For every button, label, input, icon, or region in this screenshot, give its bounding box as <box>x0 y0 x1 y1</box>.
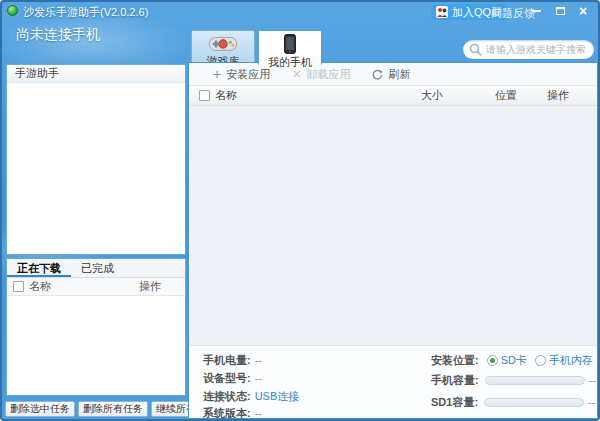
search-icon <box>469 43 482 56</box>
model-value: -- <box>255 372 262 384</box>
connection-value: USB连接 <box>255 389 300 404</box>
phone-capacity-progressbar <box>485 376 585 385</box>
tab-downloading[interactable]: 正在下载 <box>7 259 71 277</box>
connection-row: 连接状态: USB连接 <box>203 388 299 404</box>
plus-icon: + <box>213 67 221 81</box>
device-info-panel: 手机电量: -- 设备型号: -- 连接状态: USB连接 系统版本: -- 安… <box>189 345 597 418</box>
gamepad-icon <box>206 34 240 53</box>
x-icon: ✕ <box>292 69 301 80</box>
sidebar-panel-title: 手游助手 <box>7 65 185 83</box>
maximize-icon <box>556 7 565 15</box>
sd-capacity-label: SD1容量: <box>431 395 478 410</box>
install-location-label: 安装位置: <box>431 353 479 368</box>
refresh-label: 刷新 <box>388 67 410 82</box>
column-location: 位置 <box>495 88 517 103</box>
connection-label: 连接状态: <box>203 389 251 404</box>
phone-capacity-label: 手机容量: <box>431 373 479 388</box>
app-list-empty <box>189 106 597 345</box>
battery-value: -- <box>255 354 262 366</box>
sd-capacity-progressbar <box>484 398 584 407</box>
select-all-checkbox[interactable] <box>199 90 210 101</box>
titlebar: 沙发乐手游助手(V2.0.2.6) 加入QQ群 问题反馈 × <box>2 2 598 22</box>
battery-label: 手机电量: <box>203 353 251 368</box>
radio-phone-memory[interactable] <box>535 355 546 366</box>
tab-game-library[interactable]: 游戏库 <box>191 30 255 64</box>
delete-all-tasks-button[interactable]: 删除所有任务 <box>78 401 148 417</box>
download-action-header: 操作 <box>139 279 161 294</box>
tab-my-phone-label: 我的手机 <box>259 55 321 70</box>
search-input[interactable] <box>486 44 590 55</box>
model-row: 设备型号: -- <box>203 370 262 386</box>
refresh-button[interactable]: 刷新 <box>372 67 410 82</box>
phone-capacity-row: 手机容量: -- <box>431 372 596 388</box>
install-location-row: 安装位置: SD卡 手机内存 <box>431 352 593 368</box>
toolbar: + 安装应用 ✕ 卸载应用 刷新 <box>189 63 597 86</box>
app-window: 沙发乐手游助手(V2.0.2.6) 加入QQ群 问题反馈 × 尚未连接手机 手游… <box>0 0 600 421</box>
system-row: 系统版本: -- <box>203 405 262 421</box>
system-value: -- <box>255 407 262 419</box>
close-button[interactable]: × <box>573 2 593 20</box>
download-name-header: 名称 <box>29 279 51 294</box>
radio-sd-card[interactable] <box>487 355 498 366</box>
minimize-button[interactable] <box>526 2 546 20</box>
phone-capacity-value: -- <box>589 374 596 386</box>
main-panel: + 安装应用 ✕ 卸载应用 刷新 名称 大小 位置 操作 <box>188 62 598 419</box>
sd-capacity-value: -- <box>588 396 595 408</box>
tab-my-phone[interactable]: 我的手机 <box>258 30 322 65</box>
column-size: 大小 <box>421 88 443 103</box>
qq-group-icon <box>436 6 448 18</box>
delete-selected-tasks-button[interactable]: 删除选中任务 <box>5 401 75 417</box>
battery-row: 手机电量: -- <box>203 352 262 368</box>
window-title: 沙发乐手游助手(V2.0.2.6) <box>23 5 148 20</box>
sd-capacity-row: SD1容量: -- <box>431 394 595 410</box>
column-name: 名称 <box>215 88 237 103</box>
tab-completed[interactable]: 已完成 <box>71 259 124 277</box>
phone-icon <box>283 34 297 54</box>
app-table-header: 名称 大小 位置 操作 <box>189 86 597 106</box>
refresh-icon <box>372 69 383 80</box>
radio-sd-card-label[interactable]: SD卡 <box>501 353 527 368</box>
column-action: 操作 <box>547 88 569 103</box>
search-box <box>463 40 594 59</box>
connection-status-text: 尚未连接手机 <box>16 26 100 44</box>
close-icon: × <box>579 4 587 18</box>
download-select-all-checkbox[interactable] <box>13 281 24 292</box>
sidebar-download-panel: 正在下载 已完成 名称 操作 <box>6 258 186 396</box>
sidebar-assistant-panel: 手游助手 <box>6 64 186 255</box>
app-logo-icon <box>7 5 18 16</box>
download-tabs: 正在下载 已完成 <box>7 259 185 278</box>
download-list-header: 名称 操作 <box>7 278 185 296</box>
maximize-button[interactable] <box>550 2 570 20</box>
minimize-icon <box>532 10 541 12</box>
system-label: 系统版本: <box>203 406 251 421</box>
model-label: 设备型号: <box>203 371 251 386</box>
radio-phone-memory-label[interactable]: 手机内存 <box>549 353 593 368</box>
